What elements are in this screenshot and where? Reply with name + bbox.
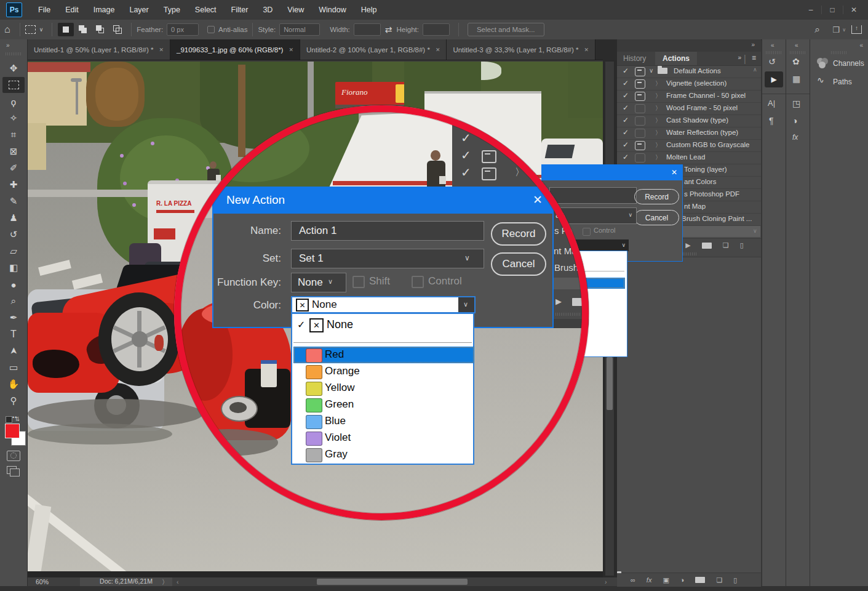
healing-brush-tool[interactable]: ✚: [2, 177, 25, 193]
quick-mask-icon[interactable]: [7, 451, 20, 461]
new-layer-icon[interactable]: ❏: [716, 576, 722, 584]
action-row[interactable]: ✓ 〉 Water Reflection (type): [617, 127, 761, 140]
menu-filter[interactable]: Filter: [224, 0, 256, 20]
tab-actions[interactable]: Actions: [655, 52, 697, 65]
swatches-panel-icon[interactable]: ▦: [792, 74, 800, 84]
menu-select[interactable]: Select: [188, 0, 224, 20]
set-select[interactable]: Set 1: [291, 249, 484, 268]
chevron-right-icon[interactable]: 〉: [655, 153, 661, 162]
action-row[interactable]: ✓ 〉 Molten Lead: [617, 151, 761, 164]
menu-3d[interactable]: 3D: [255, 0, 280, 20]
check-icon[interactable]: ✓: [623, 91, 629, 100]
color-option-yellow[interactable]: Yellow: [293, 380, 474, 396]
color-option-none[interactable]: ✓ ✕ None: [293, 315, 474, 336]
check-icon[interactable]: ✓: [623, 66, 629, 75]
select-and-mask-button[interactable]: Select and Mask...: [468, 23, 544, 36]
scroll-up-icon[interactable]: ∧: [753, 66, 757, 73]
record-button[interactable]: Record: [491, 222, 546, 246]
check-icon[interactable]: ✓: [623, 79, 629, 87]
chevron-right-icon[interactable]: 〉: [655, 79, 661, 88]
tool-preset-chevron-icon[interactable]: ∨: [39, 26, 44, 33]
tab-9109633[interactable]: _9109633_1.jpg @ 60% (RGB/8*)✕: [170, 39, 300, 60]
clone-stamp-tool[interactable]: ♟: [2, 210, 25, 226]
gradient-tool[interactable]: ◧: [2, 260, 25, 276]
move-tool[interactable]: ✥: [2, 60, 25, 76]
path-selection-tool[interactable]: ➤: [6, 340, 22, 362]
dialog-toggle-icon[interactable]: [635, 79, 645, 89]
check-icon[interactable]: ✓: [623, 103, 629, 112]
action-row[interactable]: ✓ 〉 Custom RGB to Grayscale: [617, 139, 761, 152]
search-icon[interactable]: ⌕: [815, 24, 820, 35]
history-panel-icon[interactable]: ↺: [768, 57, 776, 66]
subtract-selection-mode[interactable]: [92, 23, 108, 36]
paths-panel-item[interactable]: Paths: [833, 78, 852, 86]
trash-icon[interactable]: ▯: [733, 576, 737, 584]
status-chevron-icon[interactable]: 〉: [162, 578, 169, 587]
name-field[interactable]: [549, 187, 637, 204]
new-set-folder-icon[interactable]: [702, 243, 712, 249]
dialog-toggle-icon[interactable]: [635, 67, 645, 76]
menu-view[interactable]: View: [280, 0, 311, 20]
horizontal-scrollbar-thumb[interactable]: [317, 579, 468, 585]
link-icon[interactable]: ∞: [631, 576, 635, 584]
workspace-icon[interactable]: ❒: [832, 25, 840, 34]
action-row[interactable]: ✓ 〉 Cast Shadow (type): [617, 115, 761, 127]
toolbar-collapse-icon[interactable]: »: [6, 42, 10, 49]
brush-tool[interactable]: ✎: [2, 193, 25, 209]
menu-layer[interactable]: Layer: [122, 0, 156, 20]
eraser-tool[interactable]: ▱: [2, 243, 25, 259]
intersect-selection-mode[interactable]: [109, 23, 125, 36]
tab-untitled-3[interactable]: Untitled-3 @ 33,3% (Layer 1, RGB/8#) *✕: [447, 39, 595, 60]
slice-tool[interactable]: ⊠: [2, 143, 25, 159]
chevron-right-icon[interactable]: 〉: [655, 129, 661, 137]
tab-history[interactable]: History: [623, 52, 646, 65]
fx-icon[interactable]: fx: [647, 576, 652, 584]
minimize-icon[interactable]: –: [800, 6, 821, 14]
add-selection-mode[interactable]: [75, 23, 91, 36]
chevron-right-icon[interactable]: 〉: [655, 92, 661, 100]
scrollbar-thumb[interactable]: [607, 357, 613, 410]
style-select[interactable]: Normal: [279, 23, 320, 36]
check-icon[interactable]: ✓: [623, 128, 629, 137]
libraries-panel-icon[interactable]: ◳: [792, 98, 800, 108]
tab-close-icon[interactable]: ✕: [436, 47, 440, 53]
collapse-icon[interactable]: «: [859, 42, 863, 49]
color-panel-icon[interactable]: ✿: [792, 57, 800, 66]
tab-close-icon[interactable]: ✕: [159, 47, 164, 53]
control-checkbox[interactable]: [412, 276, 424, 288]
crop-tool[interactable]: ⌗: [2, 127, 25, 143]
share-icon[interactable]: ↑: [851, 25, 862, 34]
action-row[interactable]: ✓ 〉 Vignette (selection): [617, 78, 761, 90]
shape-tool[interactable]: ▭: [2, 360, 25, 376]
action-row[interactable]: ✓ ∨ Default Actions: [617, 65, 761, 78]
foreground-color-swatch[interactable]: [5, 424, 20, 438]
color-option-violet[interactable]: Violet: [293, 430, 474, 446]
name-field[interactable]: Action 1: [291, 221, 484, 241]
record-button[interactable]: Record: [634, 189, 679, 204]
dialog-toggle-icon[interactable]: [635, 141, 645, 150]
menu-image[interactable]: Image: [86, 0, 122, 20]
hand-tool[interactable]: ✋: [2, 376, 25, 392]
panel-menu-icon[interactable]: ≡: [752, 54, 756, 62]
history-brush-tool[interactable]: ↺: [2, 227, 25, 243]
new-selection-mode[interactable]: [58, 23, 74, 36]
action-row[interactable]: ✓ 〉 Frame Channel - 50 pixel: [617, 90, 761, 103]
check-icon[interactable]: ✓: [623, 116, 629, 124]
default-colors-icon[interactable]: [6, 416, 12, 423]
action-row[interactable]: ✓ 〉 Wood Frame - 50 pixel: [617, 102, 761, 115]
quick-selection-tool[interactable]: ✧: [2, 110, 25, 126]
scroll-left-icon[interactable]: ‹: [177, 578, 179, 585]
check-icon[interactable]: ✓: [623, 140, 629, 149]
swap-dimensions-icon[interactable]: ⇄: [385, 25, 392, 34]
color-option-gray[interactable]: Gray: [293, 446, 474, 463]
chevron-down-icon[interactable]: ∨: [649, 67, 653, 74]
menu-window[interactable]: Window: [311, 0, 353, 20]
zoom-tool[interactable]: ⚲: [2, 393, 25, 409]
new-action-icon[interactable]: ❏: [723, 241, 729, 249]
swap-colors-icon[interactable]: ⇅: [15, 416, 20, 422]
tab-close-icon[interactable]: ✕: [584, 47, 589, 53]
panel-collapse-icon[interactable]: »: [751, 41, 755, 48]
color-select[interactable]: ✕ None ∨: [291, 296, 476, 313]
rectangular-marquee-tool[interactable]: [2, 77, 25, 93]
zoom-level[interactable]: 60%: [36, 578, 49, 585]
